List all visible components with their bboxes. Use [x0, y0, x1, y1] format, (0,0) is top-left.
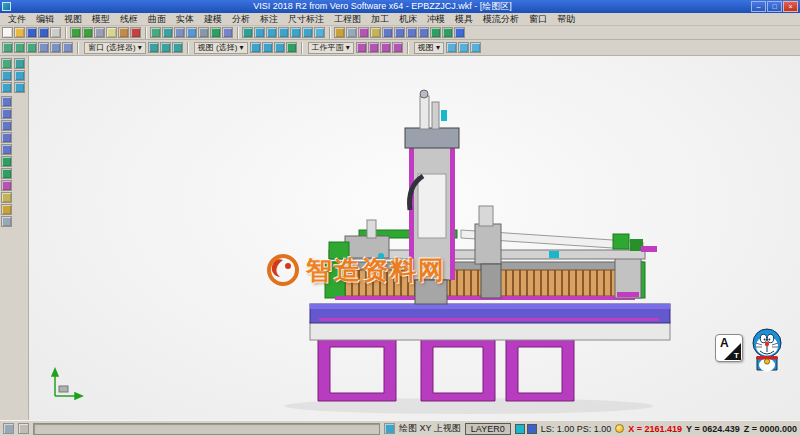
ucs-icon[interactable]	[392, 42, 403, 53]
workplane-xy-icon[interactable]	[356, 42, 367, 53]
menu-item[interactable]: 分析	[227, 13, 255, 26]
layer-color-chip[interactable]	[527, 424, 537, 434]
menu-item[interactable]: 视图	[59, 13, 87, 26]
menu-item[interactable]: 曲面	[143, 13, 171, 26]
menu-item[interactable]: 标注	[255, 13, 283, 26]
viewport-3d[interactable]: 智造资料网 A T	[29, 56, 800, 420]
view-iso-icon[interactable]	[1, 70, 12, 81]
zoom-window-icon[interactable]	[162, 27, 173, 38]
measure-tool-icon[interactable]	[1, 204, 12, 215]
point-tool-icon[interactable]	[1, 96, 12, 107]
view-manager-icon[interactable]	[250, 42, 261, 53]
circle-tool-icon[interactable]	[1, 132, 12, 143]
toolbar-group-label[interactable]: 视图 (选择) ▾	[194, 42, 248, 54]
select-chain-icon[interactable]	[26, 42, 37, 53]
fillet-tool-icon[interactable]	[1, 180, 12, 191]
hide-icon[interactable]	[38, 42, 49, 53]
workplane-align-icon[interactable]	[380, 42, 391, 53]
copy-icon[interactable]	[106, 27, 117, 38]
circle-icon[interactable]	[418, 27, 429, 38]
view-orientation-widget[interactable]: A T	[715, 334, 743, 362]
menu-item[interactable]: 线框	[115, 13, 143, 26]
help-icon[interactable]	[454, 27, 465, 38]
iso-view-icon[interactable]	[242, 27, 253, 38]
show-all-icon[interactable]	[50, 42, 61, 53]
active-layer-button[interactable]: LAYER0	[465, 423, 511, 435]
menu-item[interactable]: 加工	[366, 13, 394, 26]
previous-view-icon[interactable]	[198, 27, 209, 38]
surface-tool-icon[interactable]	[1, 156, 12, 167]
view-top-icon[interactable]	[14, 70, 25, 81]
menu-item[interactable]: 窗口	[524, 13, 552, 26]
layer-manager-icon[interactable]	[334, 27, 345, 38]
point-icon[interactable]	[382, 27, 393, 38]
snap-icon[interactable]	[358, 27, 369, 38]
print-icon[interactable]	[50, 27, 61, 38]
prompt-grid-icon[interactable]	[3, 423, 14, 434]
layer-color-chip[interactable]	[515, 424, 525, 434]
arc-tool-icon[interactable]	[1, 120, 12, 131]
curve-tool-icon[interactable]	[1, 144, 12, 155]
minimize-button[interactable]: –	[751, 1, 766, 12]
arc-icon[interactable]	[406, 27, 417, 38]
snap-indicator-icon[interactable]	[615, 424, 624, 433]
line-tool-icon[interactable]	[1, 108, 12, 119]
open-folder-icon[interactable]	[14, 27, 25, 38]
menu-item[interactable]: 工程图	[329, 13, 366, 26]
command-prompt-field[interactable]	[33, 423, 380, 435]
menu-item[interactable]: 编辑	[31, 13, 59, 26]
right-view-icon[interactable]	[278, 27, 289, 38]
select-icon[interactable]	[2, 42, 13, 53]
menu-item[interactable]: 模流分析	[478, 13, 524, 26]
menu-item[interactable]: 模型	[87, 13, 115, 26]
select-window-icon[interactable]	[14, 42, 25, 53]
redraw-icon[interactable]	[470, 42, 481, 53]
view-front-icon[interactable]	[1, 82, 12, 93]
shaded-mode-icon[interactable]	[210, 27, 221, 38]
layers-tool-icon[interactable]	[1, 216, 12, 227]
menu-item[interactable]: 模具	[450, 13, 478, 26]
measure-icon[interactable]	[370, 27, 381, 38]
workplane-new-icon[interactable]	[368, 42, 379, 53]
maximize-button[interactable]: □	[767, 1, 782, 12]
line-icon[interactable]	[394, 27, 405, 38]
close-button[interactable]: ×	[783, 1, 798, 12]
toolbar-group-label[interactable]: 窗口 (选择器) ▾	[84, 42, 146, 54]
cut-icon[interactable]	[94, 27, 105, 38]
toolbar-group-label[interactable]: 工作平面 ▾	[308, 42, 354, 54]
top-view-icon[interactable]	[254, 27, 265, 38]
render-mode-icon[interactable]	[286, 42, 297, 53]
menu-item[interactable]: 机床	[394, 13, 422, 26]
menu-item[interactable]: 帮助	[552, 13, 580, 26]
view-plane-icon[interactable]	[384, 423, 395, 434]
redo-icon[interactable]	[82, 27, 93, 38]
wireframe-mode-icon[interactable]	[222, 27, 233, 38]
dynamic-rotate-icon[interactable]	[314, 27, 325, 38]
new-file-icon[interactable]	[2, 27, 13, 38]
rotate-view-icon[interactable]	[186, 27, 197, 38]
menu-item[interactable]: 建模	[199, 13, 227, 26]
prompt-cursor-icon[interactable]	[18, 423, 29, 434]
menu-item[interactable]: 实体	[171, 13, 199, 26]
bottom-view-icon[interactable]	[302, 27, 313, 38]
clip-plane-icon[interactable]	[274, 42, 285, 53]
save-all-icon[interactable]	[38, 27, 49, 38]
solid-tool-icon[interactable]	[1, 168, 12, 179]
menu-item[interactable]: 冲模	[422, 13, 450, 26]
grid-icon[interactable]	[346, 27, 357, 38]
filter-solids-icon[interactable]	[172, 42, 183, 53]
delete-icon[interactable]	[130, 27, 141, 38]
menu-item[interactable]: 文件	[3, 13, 31, 26]
undo-icon[interactable]	[70, 27, 81, 38]
pan-icon[interactable]	[174, 27, 185, 38]
save-icon[interactable]	[26, 27, 37, 38]
filter-faces-icon[interactable]	[148, 42, 159, 53]
view-right-icon[interactable]	[14, 82, 25, 93]
back-view-icon[interactable]	[290, 27, 301, 38]
zoom-all-icon[interactable]	[458, 42, 469, 53]
box-select-icon[interactable]	[14, 58, 25, 69]
solid-icon[interactable]	[442, 27, 453, 38]
toolbar-group-label[interactable]: 视图 ▾	[414, 42, 444, 54]
select-cursor-icon[interactable]	[1, 58, 12, 69]
invert-selection-icon[interactable]	[62, 42, 73, 53]
